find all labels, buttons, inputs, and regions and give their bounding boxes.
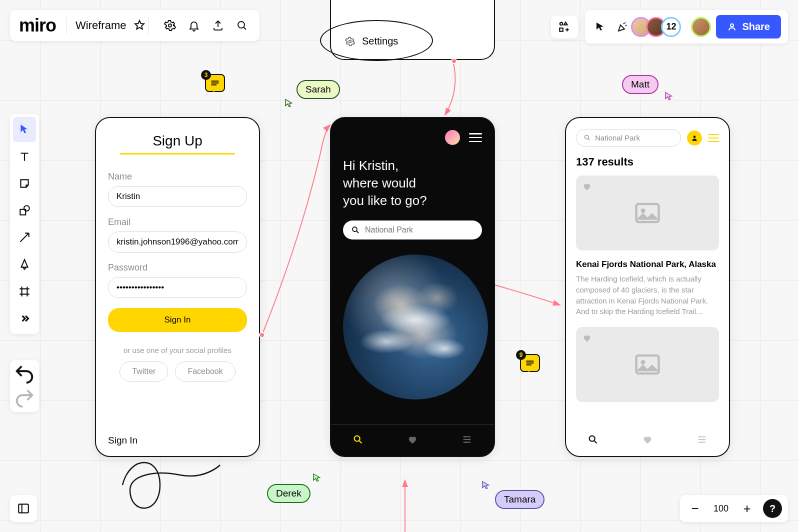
heart-icon[interactable] [582,333,592,343]
select-tool[interactable] [13,117,36,142]
settings-mockup-panel[interactable]: Settings [330,0,495,60]
arrow-tool[interactable] [13,225,36,250]
star-icon[interactable] [131,17,148,34]
cursor-label-matt: Matt [622,75,658,94]
heart-icon[interactable] [582,182,592,192]
zoom-level[interactable]: 100 [711,504,731,514]
undo-button[interactable] [13,363,36,385]
result-card-placeholder[interactable] [576,176,719,250]
user-avatar[interactable] [445,130,460,145]
cursor-arrow-derek [312,472,323,486]
sticky-note-tool[interactable] [13,171,36,196]
twitter-button[interactable]: Twitter [120,362,168,382]
comment-lines-icon [210,80,220,86]
connection-node[interactable] [259,332,265,338]
tool-sidebar [10,114,39,334]
password-label: Password [108,262,247,273]
svg-point-16 [641,360,646,364]
cursor-label-sarah: Sarah [296,80,340,99]
social-note: or use one of your social profiles [108,346,247,354]
bell-icon[interactable] [186,17,202,34]
minimap-toggle[interactable] [10,495,37,522]
board-name[interactable]: Wireframe [76,19,126,32]
signin-link[interactable]: Sign In [108,435,138,446]
results-count: 137 results [576,156,719,168]
shape-tool[interactable] [13,198,36,223]
cursor-label-tamara: Tamara [495,490,544,509]
connection-node[interactable] [451,58,457,64]
svg-rect-3 [560,28,564,31]
text-tool[interactable] [13,144,36,169]
share-label: Share [742,21,770,32]
divider [148,17,148,34]
cursor-arrow-tamara [481,480,492,493]
svg-point-8 [349,40,352,42]
nav-heart-icon[interactable] [642,434,653,447]
celebrate-icon[interactable] [614,18,631,36]
zoom-out-button[interactable]: − [686,500,704,518]
results-screen-mockup[interactable]: National Park 137 results Kenai Fjords N… [565,117,730,457]
comment-thread[interactable]: 3 [205,74,225,92]
settings-icon[interactable] [162,17,178,34]
bottom-nav [331,424,494,456]
nav-search-icon[interactable] [352,434,364,447]
app-logo[interactable]: miro [19,15,56,36]
facebook-button[interactable]: Facebook [175,362,235,382]
signup-title: Sign Up [108,133,247,149]
divider [66,17,66,34]
collaborator-avatars[interactable]: 12 [636,17,681,37]
title-underline [120,153,235,154]
signup-screen-mockup[interactable]: Sign Up Name Email Password Sign In or u… [95,117,260,457]
svg-point-14 [641,208,646,213]
svg-point-10 [354,436,360,442]
menu-icon[interactable] [469,133,482,142]
cursor-label-derek: Derek [267,484,310,503]
name-label: Name [108,172,247,182]
participant-count[interactable]: 12 [661,17,681,37]
menu-icon[interactable] [708,134,719,142]
password-input[interactable] [108,277,247,298]
greeting-text: Hi Kristin, where would you like to go? [343,157,482,210]
help-button[interactable]: ? [763,499,782,518]
nav-filter-icon[interactable] [696,434,708,447]
bottom-nav [566,425,729,456]
svg-point-11 [585,136,589,140]
nav-filter-icon[interactable] [462,434,472,447]
place-name: Kenai Fjords National Park, Alaska [576,260,719,270]
comment-lines-icon [526,360,534,366]
image-placeholder-icon [630,351,665,378]
comment-thread[interactable]: 9 [520,354,540,372]
name-input[interactable] [108,186,247,207]
place-description: The Harding Icefield, which is actually … [576,274,719,317]
cursor-arrow-matt [664,91,675,104]
pen-tool[interactable] [13,252,36,277]
travel-screen-mockup[interactable]: Hi Kristin, where would you like to go? [330,117,495,457]
nav-search-icon[interactable] [588,434,598,447]
apps-button[interactable] [551,16,578,38]
email-input[interactable] [108,232,247,252]
search-field[interactable] [343,220,482,240]
user-icon[interactable] [687,130,702,146]
search-value: National Park [595,134,640,142]
search-icon[interactable] [234,17,250,34]
cursor-icon[interactable] [592,18,609,36]
more-tools[interactable] [13,306,36,331]
svg-point-9 [352,227,357,232]
svg-point-12 [694,136,696,138]
result-card-placeholder[interactable] [576,327,719,402]
zoom-control: − 100 + ? [680,495,788,522]
search-field[interactable]: National Park [576,129,681,146]
svg-point-1 [238,22,244,28]
nav-heart-icon[interactable] [407,434,418,447]
image-placeholder-icon [630,200,665,226]
search-input[interactable] [365,226,474,234]
upload-icon[interactable] [210,17,226,34]
comment-count: 9 [516,350,526,360]
search-icon [351,226,360,234]
share-button[interactable]: Share [716,15,781,38]
current-user-avatar[interactable] [691,17,711,37]
frame-tool[interactable] [13,279,36,304]
zoom-in-button[interactable]: + [738,500,756,518]
redo-button[interactable] [13,387,36,409]
submit-button[interactable]: Sign In [108,308,247,332]
